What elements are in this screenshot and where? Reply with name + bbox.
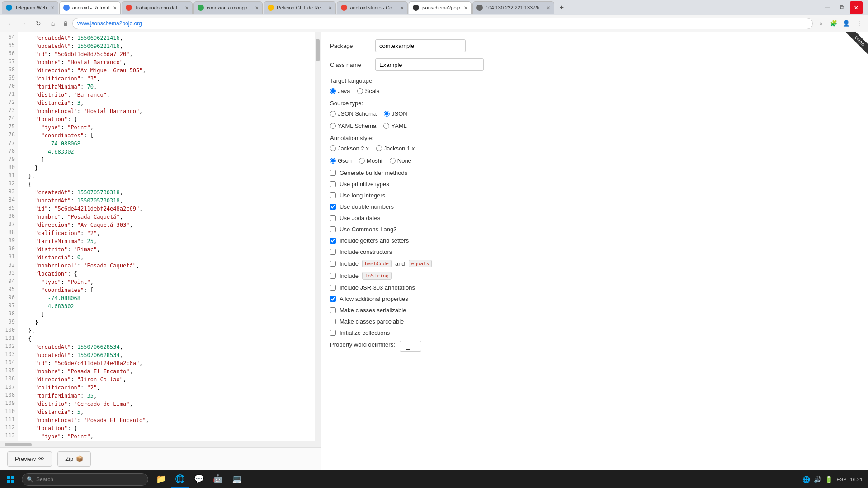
extensions-button[interactable]: 🧩 (828, 18, 839, 29)
jackson2x-radio-item[interactable]: Jackson 2.x (330, 145, 369, 152)
primitive-types-checkbox-item[interactable]: Use primitive types (330, 181, 859, 188)
tab-telegram[interactable]: Telegram Web ✕ (2, 1, 58, 14)
taskbar-app-studio[interactable]: 💻 (228, 471, 246, 488)
tab-telegram-close[interactable]: ✕ (51, 5, 54, 10)
none-radio-item[interactable]: None (390, 157, 411, 164)
start-button[interactable] (2, 472, 20, 487)
long-integers-checkbox-item[interactable]: Use long integers (330, 192, 859, 199)
word-delimiters-input[interactable] (400, 341, 421, 352)
commons-lang3-checkbox-item[interactable]: Use Commons-Lang3 (330, 226, 859, 233)
code-content[interactable]: "createdAt": 1550696221416, "updatedAt":… (18, 32, 321, 441)
bookmarks-button[interactable]: ☆ (816, 18, 826, 29)
joda-dates-checkbox[interactable] (330, 215, 336, 221)
zip-button[interactable]: Zip 📦 (57, 451, 91, 467)
java-radio[interactable] (330, 88, 336, 94)
menu-button[interactable]: ⋮ (854, 18, 864, 29)
annotation-style-group-row1: Jackson 2.x Jackson 1.x (330, 145, 859, 152)
tab-android-retrofit-close[interactable]: ✕ (113, 5, 117, 10)
home-button[interactable]: ⌂ (47, 18, 59, 29)
forward-button[interactable]: › (18, 18, 30, 29)
gson-radio[interactable] (330, 158, 336, 164)
tab-trabajando[interactable]: Trabajando con dat... ✕ (122, 1, 193, 14)
json-schema-radio[interactable] (330, 111, 336, 117)
jackson1x-radio[interactable] (376, 145, 382, 151)
getters-setters-checkbox-item[interactable]: Include getters and setters (330, 237, 859, 244)
serializable-checkbox[interactable] (330, 307, 336, 313)
constructors-checkbox-item[interactable]: Include constructors (330, 249, 859, 255)
moshi-radio-item[interactable]: Moshi (359, 157, 382, 164)
hashcode-equals-checkbox[interactable] (330, 261, 336, 267)
double-numbers-checkbox-item[interactable]: Use double numbers (330, 203, 859, 210)
zip-icon: 📦 (76, 455, 83, 462)
jsr303-checkbox-item[interactable]: Include JSR-303 annotations (330, 284, 859, 291)
horizontal-scrollbar[interactable] (0, 441, 321, 447)
jackson1x-radio-item[interactable]: Jackson 1.x (376, 145, 415, 152)
tab-peticion-close[interactable]: ✕ (328, 5, 332, 10)
gson-radio-item[interactable]: Gson (330, 157, 352, 164)
json-schema-radio-item[interactable]: JSON Schema (330, 110, 377, 117)
reload-button[interactable]: ↻ (33, 18, 44, 29)
none-radio[interactable] (390, 158, 396, 164)
double-numbers-checkbox[interactable] (330, 204, 336, 210)
taskbar-search[interactable]: 🔍 Search (22, 473, 148, 486)
jackson2x-radio[interactable] (330, 145, 336, 151)
json-radio[interactable] (384, 111, 390, 117)
generate-builder-checkbox[interactable] (330, 170, 336, 176)
vertical-scrollbar[interactable] (315, 32, 321, 441)
tab-ip[interactable]: 104.130.222.221:1337/li... ✕ (472, 1, 554, 14)
taskbar-app-explorer[interactable]: 📁 (152, 471, 170, 488)
tab-jsonschema-close[interactable]: ✕ (464, 5, 467, 10)
yaml-schema-radio-item[interactable]: YAML Schema (330, 122, 376, 129)
tab-android-studio-close[interactable]: ✕ (400, 5, 404, 10)
scala-radio-item[interactable]: Scala (357, 88, 380, 94)
class-name-input[interactable] (375, 58, 484, 71)
tab-peticion[interactable]: Peticion GET de Re... ✕ (264, 1, 336, 14)
yaml-schema-radio[interactable] (330, 123, 336, 129)
to-string-checkbox[interactable] (330, 273, 336, 279)
generate-builder-checkbox-item[interactable]: Generate builder methods (330, 169, 859, 176)
parcelable-checkbox[interactable] (330, 319, 336, 324)
json-radio-item[interactable]: JSON (384, 110, 407, 117)
initialize-collections-checkbox-item[interactable]: Initialize collections (330, 329, 859, 336)
serializable-checkbox-item[interactable]: Make classes serializable (330, 307, 859, 314)
profile-button[interactable]: 👤 (841, 18, 852, 29)
tab-android-studio[interactable]: android studio - Co... ✕ (337, 1, 407, 14)
taskbar-app-browser[interactable]: 🌐 (171, 471, 189, 488)
long-integers-checkbox[interactable] (330, 192, 336, 198)
editor-area[interactable]: 6465666768697071727374757677787980818283… (0, 32, 321, 441)
tab-conexion-close[interactable]: ✕ (255, 5, 259, 10)
preview-button[interactable]: Preview 👁 (7, 451, 52, 467)
parcelable-checkbox-item[interactable]: Make classes parcelable (330, 318, 859, 325)
primitive-types-checkbox[interactable] (330, 181, 336, 187)
address-bar[interactable]: www.jsonschema2pojo.org (72, 18, 813, 29)
close-button[interactable]: ✕ (850, 1, 863, 14)
getters-setters-checkbox[interactable] (330, 238, 336, 244)
commons-lang3-checkbox[interactable] (330, 226, 336, 232)
tab-ip-close[interactable]: ✕ (547, 5, 550, 10)
to-string-checkbox-item[interactable]: Include toString (330, 272, 859, 280)
moshi-radio[interactable] (359, 158, 365, 164)
initialize-collections-checkbox[interactable] (330, 330, 336, 336)
scala-radio[interactable] (357, 88, 363, 94)
tab-trabajando-close[interactable]: ✕ (185, 5, 189, 10)
joda-dates-checkbox-item[interactable]: Use Joda dates (330, 215, 859, 221)
additional-properties-checkbox-item[interactable]: Allow additional properties (330, 296, 859, 302)
jsr303-checkbox[interactable] (330, 285, 336, 291)
minimize-button[interactable]: ─ (821, 1, 834, 14)
restore-button[interactable]: ⧉ (835, 1, 848, 14)
package-input[interactable] (375, 39, 466, 52)
hashcode-equals-checkbox-item[interactable]: Include hashCode and equals (330, 260, 859, 267)
new-tab-button[interactable]: + (555, 1, 568, 14)
additional-properties-checkbox[interactable] (330, 296, 336, 302)
taskbar-app-android[interactable]: 🤖 (209, 471, 227, 488)
java-radio-item[interactable]: Java (330, 88, 350, 94)
tab-conexion[interactable]: conexion a mongo... ✕ (193, 1, 263, 14)
constructors-checkbox[interactable] (330, 249, 336, 255)
yaml-radio[interactable] (383, 123, 389, 129)
code-line: "coordinates": [ (22, 131, 317, 140)
tab-jsonschema[interactable]: jsonschema2pojo ✕ (409, 1, 472, 14)
taskbar-app-messenger[interactable]: 💬 (190, 471, 208, 488)
yaml-radio-item[interactable]: YAML (383, 122, 406, 129)
tab-android-retrofit[interactable]: android - Retrofit ✕ (59, 1, 121, 14)
back-button[interactable]: ‹ (4, 18, 15, 29)
